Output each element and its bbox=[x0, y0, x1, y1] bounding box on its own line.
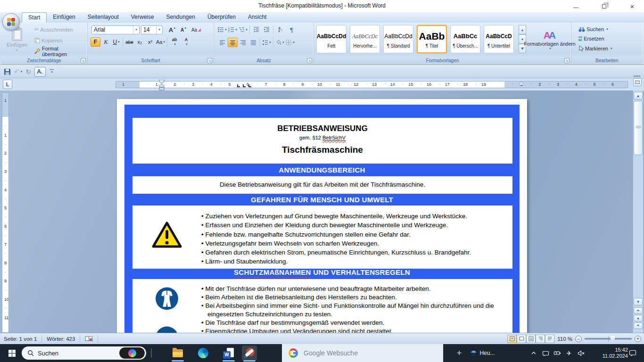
underline-button[interactable]: U bbox=[111, 37, 121, 47]
font-size-caret-icon[interactable]: ▾ bbox=[156, 26, 162, 34]
ruler-toggle-button[interactable] bbox=[633, 78, 642, 86]
outline-view-button[interactable] bbox=[536, 335, 545, 343]
cast-screen-icon[interactable] bbox=[542, 350, 549, 356]
strikethrough-button[interactable]: abe bbox=[124, 37, 134, 47]
sort-button[interactable]: AZ ↓ bbox=[275, 25, 286, 34]
style-format-button[interactable]: A✎ bbox=[34, 67, 46, 77]
copilot-button[interactable] bbox=[119, 347, 145, 359]
undo-button[interactable]: ↶ bbox=[14, 68, 22, 75]
shading-button[interactable] bbox=[275, 38, 285, 47]
copy-button[interactable]: Kopieren bbox=[32, 35, 87, 45]
new-item-button[interactable]: + bbox=[454, 344, 465, 362]
zoom-slider-thumb[interactable] bbox=[611, 336, 615, 342]
select-button[interactable]: Markieren bbox=[576, 44, 643, 52]
justify-button[interactable] bbox=[248, 38, 258, 47]
office-button[interactable] bbox=[2, 13, 20, 31]
weather-widget[interactable]: ☂ Heu... bbox=[471, 344, 495, 362]
zoom-out-button[interactable]: – bbox=[575, 336, 582, 342]
style-card[interactable]: AaBbCcDd Fett bbox=[316, 25, 347, 53]
ribbon-tab[interactable]: Einfügen bbox=[47, 12, 81, 23]
print-layout-view-button[interactable] bbox=[507, 335, 517, 343]
next-page-button[interactable]: ⏷ bbox=[634, 322, 643, 329]
split-handle[interactable] bbox=[634, 75, 640, 77]
save-button[interactable] bbox=[4, 68, 11, 75]
snipping-tool-button[interactable]: ✂ bbox=[242, 346, 257, 361]
align-center-button[interactable] bbox=[228, 38, 238, 47]
scroll-up-icon[interactable]: ▲ bbox=[634, 92, 643, 99]
style-card[interactable]: AaBbCc ¶ Übersch... bbox=[450, 25, 480, 53]
styles-dialog-launcher[interactable]: ↘ bbox=[564, 58, 570, 63]
clipboard-dialog-launcher[interactable]: ↘ bbox=[81, 58, 86, 63]
restore-button[interactable] bbox=[597, 1, 611, 11]
redo-button[interactable]: ↻ bbox=[25, 68, 31, 75]
shrink-font-button[interactable]: A▼ bbox=[179, 25, 189, 34]
find-button[interactable]: Suchen bbox=[576, 25, 643, 33]
replace-button[interactable]: abac Ersetzen bbox=[576, 35, 643, 42]
fullscreen-reading-view-button[interactable] bbox=[517, 335, 526, 343]
vertical-scrollbar[interactable]: ▲ ▼ ⏶ ● ⏷ bbox=[633, 90, 643, 333]
bold-button[interactable]: F bbox=[91, 37, 100, 47]
cut-button[interactable]: ✂ Ausschneiden bbox=[32, 25, 87, 34]
taskbar-search-box[interactable]: Suchen bbox=[22, 346, 146, 360]
minimize-button[interactable] bbox=[569, 1, 583, 11]
tray-chevron-icon[interactable] bbox=[530, 350, 537, 356]
grow-font-button[interactable]: A▲ bbox=[167, 25, 177, 34]
style-card[interactable]: AaBbCcDd ¶ Standard bbox=[383, 25, 413, 53]
zoom-level[interactable]: 110 % bbox=[557, 336, 572, 342]
font-dialog-launcher[interactable]: ↘ bbox=[207, 58, 212, 63]
align-right-button[interactable] bbox=[238, 38, 248, 47]
page-indicator[interactable]: Seite: 1 von 1 bbox=[4, 336, 37, 342]
style-card[interactable]: AaBbCcD ¶ Untertitel bbox=[484, 25, 514, 53]
word-button[interactable]: W bbox=[221, 346, 236, 361]
draft-view-button[interactable] bbox=[545, 335, 554, 343]
gallery-up-icon[interactable]: ▲ bbox=[519, 25, 526, 34]
scroll-down-icon[interactable]: ▼ bbox=[634, 298, 643, 305]
bullet-list-button[interactable] bbox=[217, 25, 227, 34]
previous-page-button[interactable]: ⏶ bbox=[634, 307, 643, 314]
word-count[interactable]: Wörter: 423 bbox=[47, 336, 75, 342]
multilevel-list-button[interactable] bbox=[238, 25, 248, 34]
battery-charging-icon[interactable] bbox=[553, 350, 561, 356]
tab-stop-selector[interactable]: L bbox=[3, 80, 12, 89]
show-paragraph-marks-button[interactable]: ¶ bbox=[287, 25, 297, 34]
paragraph-dialog-launcher[interactable]: ↘ bbox=[307, 58, 312, 63]
zoom-slider[interactable] bbox=[585, 338, 632, 340]
numbered-list-button[interactable]: 123 bbox=[228, 25, 238, 34]
superscript-button[interactable]: x² bbox=[145, 37, 155, 47]
ribbon-tab[interactable]: Ansicht bbox=[242, 12, 272, 23]
style-card[interactable]: AaBbCcDc Hervorhe... bbox=[350, 25, 380, 53]
line-spacing-button[interactable] bbox=[262, 38, 272, 47]
font-color-button[interactable]: A bbox=[181, 37, 192, 47]
notification-center-button[interactable] bbox=[629, 344, 636, 362]
subscript-button[interactable]: x₂ bbox=[135, 37, 145, 47]
web-layout-view-button[interactable] bbox=[526, 335, 536, 343]
airplane-mode-icon[interactable]: ✈ bbox=[565, 350, 573, 357]
style-card[interactable]: AaBb ¶ Titel bbox=[417, 25, 447, 53]
volume-muted-icon[interactable] bbox=[577, 350, 585, 356]
highlight-button[interactable]: ab bbox=[169, 37, 180, 47]
change-styles-button[interactable]: AA Formatvorlagen ändern bbox=[530, 25, 570, 56]
scroll-thumb[interactable] bbox=[634, 101, 643, 155]
right-indent-marker[interactable] bbox=[519, 82, 524, 85]
edge-button[interactable] bbox=[196, 346, 211, 361]
spellcheck-status-icon[interactable] bbox=[85, 336, 93, 342]
font-size-combo[interactable]: 14 ▾ bbox=[141, 25, 163, 34]
vertical-ruler[interactable]: 1 1234567891011 bbox=[2, 92, 9, 333]
start-button[interactable] bbox=[5, 344, 19, 362]
file-explorer-button[interactable] bbox=[170, 346, 185, 361]
zoom-in-button[interactable]: + bbox=[635, 336, 641, 342]
document-page[interactable]: BETRIEBSANWEISUNG gem. §12 BetrSichV Tis… bbox=[117, 99, 527, 333]
italic-button[interactable]: K bbox=[101, 37, 111, 47]
clear-formatting-button[interactable]: Aa◢ bbox=[190, 25, 202, 34]
taskbar-clock[interactable]: 15:42 11.02.2024 bbox=[600, 344, 628, 362]
decrease-indent-button[interactable] bbox=[251, 25, 261, 34]
change-case-button[interactable]: Aa bbox=[156, 37, 165, 47]
format-painter-button[interactable]: Format übertragen bbox=[32, 46, 87, 56]
ribbon-tab[interactable]: Sendungen bbox=[160, 12, 201, 23]
browse-object-button[interactable]: ● bbox=[634, 315, 643, 321]
google-search-widget[interactable]: Google Websuche bbox=[282, 344, 443, 362]
font-name-caret-icon[interactable]: ▾ bbox=[133, 26, 139, 34]
ribbon-tab[interactable]: Überprüfen bbox=[201, 12, 242, 23]
borders-button[interactable] bbox=[285, 38, 295, 47]
ribbon-tab[interactable]: Verweise bbox=[125, 12, 160, 23]
